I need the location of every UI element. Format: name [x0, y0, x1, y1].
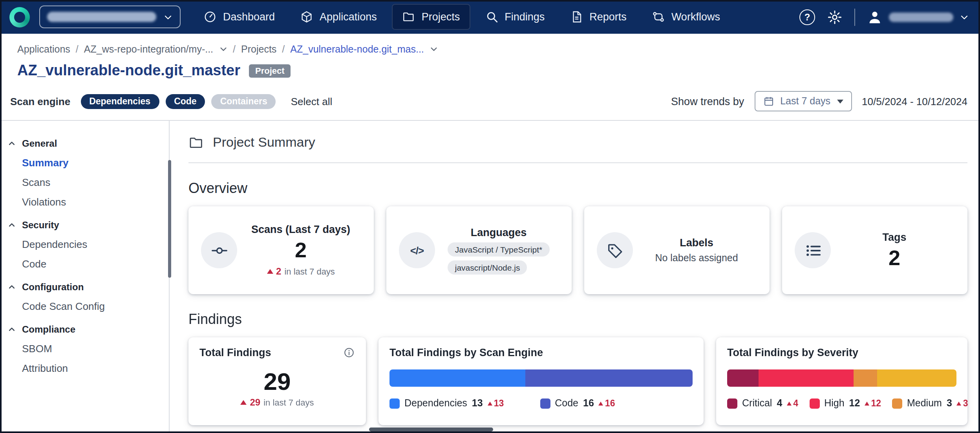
select-all-link[interactable]: Select all	[291, 95, 333, 107]
nav-item-reports[interactable]: Reports	[559, 4, 637, 30]
org-name-redacted	[47, 12, 156, 22]
card-title: Labels	[680, 237, 713, 249]
caret-down-icon	[837, 99, 843, 103]
page-title: AZ_vulnerable-node.git_master	[17, 62, 240, 79]
nav-item-applications[interactable]: Applications	[290, 4, 387, 30]
findings-icon	[485, 10, 498, 24]
chevron-up-icon	[8, 140, 16, 147]
chevron-down-icon[interactable]	[219, 45, 227, 53]
card-languages: </> Languages JavaScript / TypeScript* j…	[386, 206, 572, 294]
engine-pill-dependencies[interactable]: Dependencies	[80, 94, 159, 109]
dashboard-icon	[203, 10, 217, 24]
sidebar-section-compliance: Compliance SBOM Attribution	[8, 319, 163, 378]
bar-segment-dependencies	[389, 369, 525, 387]
trend-period-dropdown[interactable]: Last 7 days	[754, 91, 852, 111]
breadcrumb-separator: /	[233, 44, 236, 55]
sidebar-item-summary[interactable]: Summary	[8, 153, 163, 173]
trend-up-icon	[267, 269, 273, 273]
legend-label: High	[824, 398, 844, 409]
sidebar-scrollbar-thumb[interactable]	[168, 160, 171, 278]
legend-trend: 16	[599, 398, 615, 408]
legend-value: 16	[583, 398, 594, 409]
tags-count: 2	[889, 247, 900, 269]
breadcrumb-project-name[interactable]: AZ_vulnerable-node.git_mas...	[290, 44, 424, 55]
findings-cards: Total Findings 29 29 in last 7 days	[188, 337, 967, 425]
language-tag: JavaScript / TypeScript*	[448, 242, 550, 256]
legend-swatch	[389, 398, 400, 408]
gear-icon[interactable]	[827, 9, 843, 25]
horizontal-scrollbar-thumb[interactable]	[369, 428, 493, 431]
bar-segment-code	[525, 369, 693, 387]
sidebar-item-code-scan-config[interactable]: Code Scan Config	[8, 297, 163, 316]
trend-up-icon	[787, 401, 792, 405]
legend-item-code: Code 16 16	[540, 398, 615, 409]
info-icon[interactable]	[343, 347, 355, 362]
total-findings-trend: 29 in last 7 days	[240, 397, 314, 408]
section-title: Compliance	[22, 324, 75, 335]
sidebar-item-code[interactable]: Code	[8, 254, 163, 274]
nav-item-projects[interactable]: Projects	[392, 4, 470, 30]
engine-pill-containers: Containers	[212, 94, 276, 109]
help-icon[interactable]: ?	[799, 9, 815, 25]
nav-item-dashboard[interactable]: Dashboard	[193, 4, 285, 30]
findings-by-engine-bar	[389, 369, 693, 387]
sidebar-section-header-security[interactable]: Security	[8, 215, 163, 235]
projects-icon	[402, 10, 415, 24]
sidebar-item-dependencies[interactable]: Dependencies	[8, 235, 163, 254]
sidebar: General Summary Scans Violations Securit…	[0, 121, 170, 433]
sidebar-section-general: General Summary Scans Violations	[8, 133, 163, 212]
legend-item-dependencies: Dependencies 13 13	[389, 398, 504, 409]
sidebar-section-header-compliance[interactable]: Compliance	[8, 319, 163, 339]
legend-label: Dependencies	[404, 398, 467, 409]
org-selector[interactable]	[39, 5, 181, 28]
trend-up-icon	[240, 400, 247, 405]
chevron-up-icon	[8, 221, 16, 229]
card-title: Languages	[471, 226, 527, 238]
scans-trend: 2 in last 7 days	[267, 266, 335, 277]
folder-icon	[188, 135, 204, 151]
scan-engine-label: Scan engine	[10, 95, 70, 107]
sidebar-item-attribution[interactable]: Attribution	[8, 358, 163, 378]
chevron-up-icon	[8, 326, 16, 333]
top-navigation-bar: Dashboard Applications Projects Findings	[0, 0, 980, 34]
sidebar-section-header-general[interactable]: General	[8, 133, 163, 153]
sidebar-section-header-configuration[interactable]: Configuration	[8, 277, 163, 297]
nav-item-findings[interactable]: Findings	[475, 4, 555, 30]
labels-empty-text: No labels assigned	[655, 253, 738, 264]
total-findings-count: 29	[264, 369, 291, 394]
sidebar-item-sbom[interactable]: SBOM	[8, 339, 163, 358]
overview-cards: Scans (Last 7 days) 2 2 in last 7 days <…	[188, 206, 967, 294]
findings-by-severity-bar	[727, 369, 956, 387]
bar-segment-critical	[727, 369, 759, 387]
breadcrumb-applications[interactable]: Applications	[17, 44, 70, 55]
content-area: General Summary Scans Violations Securit…	[0, 121, 980, 433]
sidebar-item-scans[interactable]: Scans	[8, 173, 163, 192]
nav-label: Reports	[589, 11, 627, 23]
legend-trend: 4	[787, 398, 798, 408]
engine-pill-code[interactable]: Code	[165, 94, 205, 109]
page-header: AZ_vulnerable-node.git_master Project	[0, 60, 980, 85]
trend-up-icon	[488, 401, 492, 405]
nav-item-workflows[interactable]: Workflows	[642, 4, 730, 30]
breadcrumb-application-name[interactable]: AZ_ws-repo-integration/my-...	[84, 44, 213, 55]
legend-item-critical: Critical 4 4	[727, 398, 798, 409]
card-title: Scans (Last 7 days)	[251, 224, 350, 236]
sidebar-item-violations[interactable]: Violations	[8, 192, 163, 212]
label-tag-icon	[597, 232, 633, 268]
project-type-badge: Project	[249, 64, 291, 77]
breadcrumb-projects[interactable]: Projects	[241, 44, 276, 55]
user-name-redacted	[889, 12, 953, 22]
legend-value: 3	[947, 398, 952, 409]
card-title: Total Findings by Scan Engine	[389, 347, 543, 358]
legend-value: 4	[777, 398, 782, 409]
legend-value: 12	[849, 398, 860, 409]
chevron-down-icon[interactable]	[430, 45, 438, 53]
legend-label: Medium	[907, 398, 942, 409]
legend-trend: 3	[957, 398, 968, 408]
engine-legend: Dependencies 13 13 Code 16 16	[389, 398, 693, 409]
mend-logo-icon[interactable]	[9, 7, 30, 27]
user-menu[interactable]	[867, 9, 969, 25]
card-findings-by-engine: Total Findings by Scan Engine Dependenci…	[378, 337, 704, 425]
scans-count: 2	[295, 240, 307, 262]
sidebar-section-configuration: Configuration Code Scan Config	[8, 277, 163, 316]
